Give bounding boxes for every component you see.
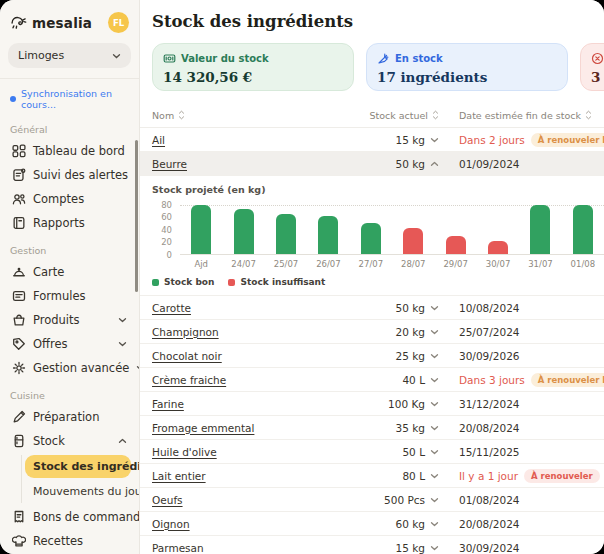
bar-30-07[interactable]: [488, 241, 508, 255]
sidebar-subitem-mouvements-du-jour[interactable]: Mouvements du jour: [25, 480, 131, 503]
table-row-oignon[interactable]: Oignon60 kg20/08/2024: [140, 512, 604, 536]
ingredient-link[interactable]: Oeufs: [152, 494, 183, 506]
table-row-creme-fraiche[interactable]: Crème fraiche40 LDans 3 joursÀ renouvele…: [140, 368, 604, 392]
sidebar-item-stock[interactable]: Stock: [8, 429, 131, 453]
sidebar-item-offres[interactable]: Offres: [8, 332, 131, 356]
bars-container: [180, 205, 604, 255]
card-label: Valeur du stock: [181, 53, 269, 64]
bar-column: [562, 205, 604, 255]
stock-icon: [12, 434, 26, 448]
bar-28-07[interactable]: [403, 228, 423, 256]
ingredient-link[interactable]: Crème fraiche: [152, 374, 226, 386]
chevron-down-icon: [118, 316, 127, 324]
sidebar-item-carte[interactable]: Carte: [8, 260, 131, 284]
chevron-up-icon[interactable]: [430, 160, 439, 168]
cell-name: Parmesan: [152, 542, 309, 554]
stock-value: 40 L: [402, 374, 425, 386]
location-select[interactable]: Limoges: [8, 43, 131, 68]
sort-icon[interactable]: [178, 110, 185, 120]
app-name: mesalia: [32, 15, 92, 31]
ingredient-link[interactable]: Huile d'olive: [152, 446, 217, 458]
table-row-chocolat-noir[interactable]: Chocolat noir25 kg30/09/2026: [140, 344, 604, 368]
bar-ajd[interactable]: [191, 205, 211, 255]
ingredient-link[interactable]: Farine: [152, 398, 184, 410]
table-row-huile-d-olive[interactable]: Huile d'olive50 L15/11/2025: [140, 440, 604, 464]
ingredient-link[interactable]: Beurre: [152, 158, 187, 170]
chevron-down-icon[interactable]: [430, 352, 439, 360]
chevron-down-icon[interactable]: [430, 496, 439, 504]
bar-29-07[interactable]: [446, 236, 466, 255]
sort-icon[interactable]: [432, 110, 439, 120]
page-title: Stock des ingrédients: [152, 12, 604, 31]
bar-31-07[interactable]: [530, 205, 550, 255]
bar-column: [350, 205, 392, 255]
sidebar-item-label: Bons de commandes: [33, 510, 140, 524]
column-header-nom[interactable]: Nom: [152, 110, 309, 121]
sidebar-item-label: Carte: [33, 265, 64, 279]
cell-stock: 35 kg: [309, 422, 439, 434]
cell-stock: 50 kg: [309, 158, 439, 170]
sidebar-scrollbar[interactable]: [135, 140, 138, 292]
table-row-carotte[interactable]: Carotte50 kg10/08/2024: [140, 296, 604, 320]
sidebar-item-tableau-de-bord[interactable]: Tableau de bord: [8, 139, 131, 163]
cell-stock: 100 Kg: [309, 398, 439, 410]
sidebar-subitem-stock-des-ingredients[interactable]: Stock des ingrédients: [25, 455, 131, 478]
table-row-fromage-emmental[interactable]: Fromage emmental35 kg20/08/2024: [140, 416, 604, 440]
sidebar-item-gestion-avancee[interactable]: Gestion avancée: [8, 356, 131, 380]
bar-25-07[interactable]: [276, 214, 296, 255]
sidebar-item-rapports[interactable]: Rapports: [8, 211, 131, 235]
table-row-ail[interactable]: Ail15 kgDans 2 joursÀ renouveler bientôt: [140, 128, 604, 152]
app-window: mesalia FL Limoges Synchronisation en co…: [0, 0, 604, 554]
table-row-oeufs[interactable]: Oeufs500 Pcs01/08/2024: [140, 488, 604, 512]
sidebar-item-formules[interactable]: Formules: [8, 284, 131, 308]
chevron-down-icon[interactable]: [430, 304, 439, 312]
chevron-down-icon[interactable]: [430, 520, 439, 528]
cell-stock: 500 Pcs: [309, 494, 439, 506]
ingredient-link[interactable]: Lait entier: [152, 470, 206, 482]
offers-icon: [12, 337, 26, 351]
date-value: 10/08/2024: [459, 302, 520, 314]
table-row-champignon[interactable]: Champignon20 kg25/07/2024: [140, 320, 604, 344]
bar-27-07[interactable]: [361, 223, 381, 255]
chevron-down-icon[interactable]: [430, 376, 439, 384]
ingredient-link[interactable]: Champignon: [152, 326, 219, 338]
ingredient-link[interactable]: Chocolat noir: [152, 350, 222, 362]
sidebar-item-produits[interactable]: Produits: [8, 308, 131, 332]
bar-01-08[interactable]: [573, 205, 593, 255]
chevron-down-icon[interactable]: [430, 424, 439, 432]
ingredient-link[interactable]: Parmesan: [152, 542, 204, 554]
chevron-down-icon[interactable]: [430, 328, 439, 336]
sidebar-item-bons-de-commandes[interactable]: Bons de commandes: [8, 505, 131, 529]
sidebar-item-label: Rapports: [33, 216, 85, 230]
table-row-lait-entier[interactable]: Lait entier80 LIl y a 1 jourÀ renouveler: [140, 464, 604, 488]
column-header-date-estimee-fin-de-stock[interactable]: Date estimée fin de stock: [439, 110, 604, 121]
chevron-down-icon[interactable]: [430, 448, 439, 456]
legend-item-good: Stock bon: [152, 277, 214, 287]
cell-date: 10/08/2024: [439, 302, 604, 314]
ingredient-link[interactable]: Oignon: [152, 518, 190, 530]
table-row-parmesan[interactable]: Parmesan15 kg30/09/2024: [140, 536, 604, 554]
date-value: 01/09/2024: [459, 158, 520, 170]
table-row-beurre[interactable]: Beurre50 kg01/09/2024: [140, 152, 604, 176]
sort-icon[interactable]: [585, 110, 592, 120]
sidebar-item-preparation[interactable]: Préparation: [8, 405, 131, 429]
stock-value: 15 kg: [396, 542, 425, 554]
sidebar-item-recettes[interactable]: Recettes: [8, 529, 131, 553]
bar-26-07[interactable]: [318, 216, 338, 255]
ingredient-link[interactable]: Fromage emmental: [152, 422, 254, 434]
chevron-down-icon[interactable]: [430, 544, 439, 552]
sidebar-item-comptes[interactable]: Comptes: [8, 187, 131, 211]
bar-24-07[interactable]: [234, 209, 254, 255]
chevron-down-icon[interactable]: [430, 472, 439, 480]
ingredient-link[interactable]: Carotte: [152, 302, 191, 314]
column-header-stock-actuel[interactable]: Stock actuel: [309, 110, 439, 121]
sidebar-item-label: Produits: [33, 313, 80, 327]
cell-name: Huile d'olive: [152, 446, 309, 458]
chevron-down-icon[interactable]: [430, 400, 439, 408]
sidebar-item-suivi-des-alertes[interactable]: Suivi des alertes: [8, 163, 131, 187]
chevron-down-icon[interactable]: [430, 136, 439, 144]
avatar[interactable]: FL: [108, 12, 129, 33]
cell-name: Oeufs: [152, 494, 309, 506]
table-row-farine[interactable]: Farine100 Kg31/12/2024: [140, 392, 604, 416]
ingredient-link[interactable]: Ail: [152, 134, 165, 146]
